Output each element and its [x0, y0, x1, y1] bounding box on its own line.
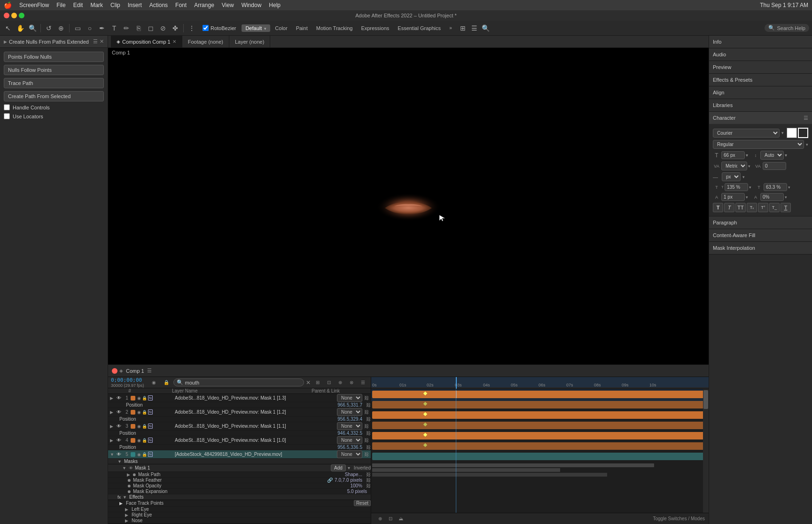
lock-icon-4[interactable]: 🔒	[142, 438, 147, 443]
fx-icon-2[interactable]: fx	[148, 409, 153, 415]
tl-close[interactable]	[112, 368, 117, 374]
section-character-header[interactable]: Character ☰	[709, 112, 812, 124]
font-name-arrow[interactable]: ▾	[781, 131, 784, 135]
layer-3-chain-icon[interactable]: ⛓	[364, 424, 369, 429]
mask-1-expand[interactable]: ▼	[122, 466, 129, 470]
tl-nav-thumb[interactable]	[703, 390, 708, 409]
style-subscript[interactable]: T_	[769, 203, 780, 212]
mask-feather-row[interactable]: ⏺ Mask Feather 🔗 7.0,7.0 pixels ⛓	[108, 478, 371, 483]
font-style-select[interactable]: Regular	[713, 140, 804, 149]
tool-snap[interactable]: ⋮	[187, 23, 197, 33]
section-libraries-header[interactable]: Libraries	[709, 99, 812, 111]
tool-pen[interactable]: ✒	[97, 23, 107, 33]
solo-icon[interactable]: ◉	[137, 396, 141, 401]
btn-nulls-follow-points[interactable]: Nulls Follow Points	[4, 65, 104, 75]
tl-icon1[interactable]: ⊞	[312, 378, 323, 388]
scale-v-input[interactable]	[764, 183, 787, 191]
tool-select[interactable]: ↖	[3, 23, 13, 33]
layer-3-expand[interactable]: ▶	[110, 424, 117, 429]
tl-icon4[interactable]: ⊗	[346, 378, 357, 388]
stroke-arrow[interactable]: ▾	[742, 175, 745, 179]
workspace-tab-motion[interactable]: Motion Tracking	[312, 24, 357, 32]
tool-mask-ellipse[interactable]: ○	[85, 23, 95, 33]
icon-viewer-settings[interactable]: ☰	[469, 23, 479, 33]
playhead-marker[interactable]	[456, 377, 457, 389]
panel-close-icon[interactable]: ✕	[100, 39, 104, 45]
reset-btn[interactable]: Reset	[354, 500, 371, 506]
menu-clip[interactable]: Clip	[110, 2, 120, 8]
style-superscript[interactable]: T°	[758, 203, 768, 212]
btn-points-follow-nulls[interactable]: Points Follow Nulls	[4, 52, 104, 62]
tool-rotate[interactable]: ↺	[44, 23, 54, 33]
fx-icon[interactable]: fx	[148, 395, 153, 401]
menu-window[interactable]: Window	[242, 2, 262, 8]
pos-chain-icon-4[interactable]: ⛓	[366, 445, 371, 450]
tl-solo-icon[interactable]: ◉	[149, 378, 159, 388]
layer-1-vis[interactable]: 👁	[117, 395, 123, 401]
workspace-tab-paint[interactable]: Paint	[292, 24, 312, 32]
fx-icon-4[interactable]: fx	[148, 438, 153, 443]
solo-icon-4[interactable]: ◉	[137, 438, 141, 443]
tl-icon3[interactable]: ⊕	[335, 378, 345, 388]
lock-icon-3[interactable]: 🔒	[142, 424, 147, 429]
handle-controls-input[interactable]	[4, 104, 10, 110]
search-help-container[interactable]: 🔍 Search Help	[765, 24, 809, 32]
fill-color-box[interactable]	[787, 128, 797, 138]
window-maximize[interactable]	[19, 13, 24, 18]
tl-foot-icon2[interactable]: ⊡	[385, 514, 396, 524]
tsume-input[interactable]	[760, 193, 784, 201]
use-locators-input[interactable]	[4, 113, 10, 119]
layer-5-parent[interactable]: None	[337, 450, 362, 458]
menu-view[interactable]: View	[222, 2, 234, 8]
layer-2-expand[interactable]: ▶	[110, 410, 117, 415]
nose-row[interactable]: ▶ Nose	[108, 518, 371, 524]
solo-icon-3[interactable]: ◉	[137, 424, 141, 429]
stroke-width-select[interactable]: px	[722, 172, 741, 181]
section-mi-header[interactable]: Mask Interpolation	[709, 242, 812, 254]
layer-5-vis[interactable]: 👁	[117, 452, 123, 457]
layer-1-position-row[interactable]: Position 966.5,331.7 ⛓	[108, 402, 371, 408]
left-eye-expand[interactable]: ▶	[125, 507, 132, 512]
lock-icon[interactable]: 🔒	[142, 396, 147, 401]
style-italic[interactable]: T	[724, 203, 734, 212]
layer-2-parent[interactable]: None	[337, 408, 362, 416]
pos-chain-icon-3[interactable]: ⛓	[366, 431, 371, 436]
lock-icon-5[interactable]: 🔒	[142, 452, 147, 457]
tool-text[interactable]: T	[109, 23, 119, 33]
workspace-more[interactable]: »	[445, 23, 456, 33]
tool-eraser[interactable]: ◻	[146, 23, 156, 33]
section-caf-header[interactable]: Content-Aware Fill	[709, 229, 812, 241]
mask-1-row[interactable]: ▼ 👁 Mask 1 Add ▾ Inverted	[108, 464, 371, 472]
tool-hand[interactable]: ✋	[15, 23, 25, 33]
fx-icon-3[interactable]: fx	[148, 424, 153, 429]
layer-5-chain-icon[interactable]: ⛓	[364, 452, 369, 457]
font-style-arrow[interactable]: ▾	[806, 142, 808, 147]
solo-icon-2[interactable]: ◉	[137, 410, 141, 415]
pos-chain-icon-2[interactable]: ⛓	[366, 416, 371, 422]
char-menu-icon[interactable]: ☰	[804, 115, 808, 121]
rotobezier-checkbox[interactable]	[203, 25, 209, 31]
mask-path-expand[interactable]: ▶	[127, 472, 130, 477]
fx-icon-5[interactable]: fx	[148, 452, 153, 457]
section-paragraph-header[interactable]: Paragraph	[709, 216, 812, 229]
layer-4-vis[interactable]: 👁	[117, 438, 123, 443]
tl-lock-icon[interactable]: 🔒	[161, 378, 172, 388]
mask-add-arrow[interactable]: ▾	[348, 465, 350, 470]
scale-h-arrow[interactable]: ▾	[749, 185, 751, 190]
tool-zoom[interactable]: 🔍	[27, 23, 38, 33]
tl-menu-icon[interactable]: ☰	[147, 368, 152, 374]
menu-insert[interactable]: Insert	[128, 2, 142, 8]
icon-search-panel[interactable]: 🔍	[480, 23, 491, 33]
solo-icon-5[interactable]: ◉	[137, 452, 141, 457]
checkbox-handle-controls[interactable]: Handle Controls	[4, 104, 104, 110]
icon-viewer-grid[interactable]: ⊞	[458, 23, 468, 33]
mask-path-row[interactable]: ▶ ⏺ Mask Path Shape... ⛓	[108, 472, 371, 478]
tool-mask-rect[interactable]: ▭	[72, 23, 83, 33]
tl-icon2[interactable]: ⊡	[324, 378, 334, 388]
layer-row-5[interactable]: ▼ 👁 5 ◉ 🔒 fx [AdobeStock_484299818_Video…	[108, 450, 371, 459]
layer-3-parent[interactable]: None	[337, 422, 362, 430]
mask-opacity-row[interactable]: ⏺ Mask Opacity 100% ⛓	[108, 483, 371, 489]
workspace-tab-default[interactable]: Default ▾	[242, 24, 270, 32]
tool-brush[interactable]: ✏	[121, 23, 132, 33]
tool-clone[interactable]: ⎘	[133, 23, 144, 33]
